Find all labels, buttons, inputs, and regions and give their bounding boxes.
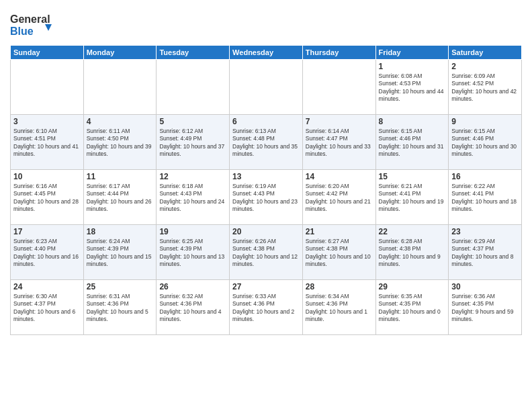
day-content: Sunrise: 6:20 AM Sunset: 4:42 PM Dayligh… <box>306 183 373 214</box>
day-content: Sunrise: 6:14 AM Sunset: 4:47 PM Dayligh… <box>306 128 373 158</box>
calendar-week-row: 24Sunrise: 6:30 AM Sunset: 4:37 PM Dayli… <box>11 280 522 335</box>
calendar: SundayMondayTuesdayWednesdayThursdayFrid… <box>10 45 522 335</box>
svg-text:Blue: Blue <box>10 26 34 37</box>
day-content: Sunrise: 6:15 AM Sunset: 4:46 PM Dayligh… <box>379 128 446 158</box>
calendar-cell: 27Sunrise: 6:33 AM Sunset: 4:36 PM Dayli… <box>230 280 303 335</box>
day-number: 22 <box>379 227 446 236</box>
calendar-cell: 28Sunrise: 6:34 AM Sunset: 4:36 PM Dayli… <box>302 280 375 335</box>
calendar-cell: 12Sunrise: 6:18 AM Sunset: 4:43 PM Dayli… <box>157 170 230 225</box>
day-content: Sunrise: 6:23 AM Sunset: 4:40 PM Dayligh… <box>13 238 81 269</box>
day-number: 28 <box>306 282 373 291</box>
day-number: 9 <box>451 117 519 126</box>
day-number: 13 <box>232 172 300 181</box>
calendar-day-header: Saturday <box>449 46 522 60</box>
calendar-cell <box>230 60 303 115</box>
calendar-cell: 4Sunrise: 6:11 AM Sunset: 4:50 PM Daylig… <box>83 115 157 170</box>
day-number: 6 <box>232 117 300 126</box>
day-content: Sunrise: 6:27 AM Sunset: 4:38 PM Dayligh… <box>306 238 373 269</box>
calendar-cell: 19Sunrise: 6:25 AM Sunset: 4:39 PM Dayli… <box>157 225 230 280</box>
day-content: Sunrise: 6:22 AM Sunset: 4:41 PM Dayligh… <box>451 183 519 214</box>
calendar-cell: 21Sunrise: 6:27 AM Sunset: 4:38 PM Dayli… <box>302 225 375 280</box>
day-content: Sunrise: 6:21 AM Sunset: 4:41 PM Dayligh… <box>379 183 446 214</box>
calendar-cell: 7Sunrise: 6:14 AM Sunset: 4:47 PM Daylig… <box>302 115 375 170</box>
day-number: 26 <box>159 282 226 291</box>
day-content: Sunrise: 6:30 AM Sunset: 4:37 PM Dayligh… <box>13 293 81 324</box>
header: General Blue <box>10 7 522 40</box>
calendar-day-header: Wednesday <box>230 46 303 60</box>
day-number: 30 <box>451 282 519 291</box>
calendar-cell: 15Sunrise: 6:21 AM Sunset: 4:41 PM Dayli… <box>375 170 449 225</box>
day-number: 20 <box>232 227 300 236</box>
calendar-cell: 23Sunrise: 6:29 AM Sunset: 4:37 PM Dayli… <box>449 225 522 280</box>
calendar-day-header: Monday <box>83 46 157 60</box>
day-number: 11 <box>87 172 154 181</box>
calendar-cell: 22Sunrise: 6:28 AM Sunset: 4:38 PM Dayli… <box>375 225 449 280</box>
day-number: 14 <box>306 172 373 181</box>
day-number: 24 <box>13 282 81 291</box>
day-number: 17 <box>13 227 81 236</box>
calendar-cell: 24Sunrise: 6:30 AM Sunset: 4:37 PM Dayli… <box>11 280 84 335</box>
calendar-day-header: Friday <box>375 46 449 60</box>
day-number: 29 <box>379 282 446 291</box>
calendar-week-row: 17Sunrise: 6:23 AM Sunset: 4:40 PM Dayli… <box>11 225 522 280</box>
day-content: Sunrise: 6:24 AM Sunset: 4:39 PM Dayligh… <box>87 238 154 269</box>
calendar-cell: 17Sunrise: 6:23 AM Sunset: 4:40 PM Dayli… <box>11 225 84 280</box>
day-number: 25 <box>87 282 154 291</box>
day-content: Sunrise: 6:12 AM Sunset: 4:49 PM Dayligh… <box>159 128 226 158</box>
calendar-cell: 18Sunrise: 6:24 AM Sunset: 4:39 PM Dayli… <box>83 225 157 280</box>
calendar-day-header: Thursday <box>302 46 375 60</box>
day-number: 8 <box>379 117 446 126</box>
day-number: 3 <box>13 117 81 126</box>
day-content: Sunrise: 6:34 AM Sunset: 4:36 PM Dayligh… <box>306 293 373 324</box>
day-content: Sunrise: 6:11 AM Sunset: 4:50 PM Dayligh… <box>87 128 154 158</box>
calendar-cell: 5Sunrise: 6:12 AM Sunset: 4:49 PM Daylig… <box>157 115 230 170</box>
calendar-cell: 13Sunrise: 6:19 AM Sunset: 4:43 PM Dayli… <box>230 170 303 225</box>
logo-icon: General Blue <box>10 9 57 40</box>
calendar-cell <box>11 60 84 115</box>
calendar-day-header: Sunday <box>11 46 84 60</box>
day-number: 1 <box>379 62 446 71</box>
calendar-cell: 9Sunrise: 6:15 AM Sunset: 4:46 PM Daylig… <box>449 115 522 170</box>
day-content: Sunrise: 6:31 AM Sunset: 4:36 PM Dayligh… <box>87 293 154 324</box>
day-content: Sunrise: 6:29 AM Sunset: 4:37 PM Dayligh… <box>451 238 519 269</box>
day-number: 15 <box>379 172 446 181</box>
day-content: Sunrise: 6:17 AM Sunset: 4:44 PM Dayligh… <box>87 183 154 214</box>
day-number: 2 <box>451 62 519 71</box>
calendar-cell: 30Sunrise: 6:36 AM Sunset: 4:35 PM Dayli… <box>449 280 522 335</box>
day-content: Sunrise: 6:32 AM Sunset: 4:36 PM Dayligh… <box>159 293 226 324</box>
day-number: 19 <box>159 227 226 236</box>
day-number: 10 <box>13 172 81 181</box>
calendar-cell: 29Sunrise: 6:35 AM Sunset: 4:35 PM Dayli… <box>375 280 449 335</box>
calendar-week-row: 1Sunrise: 6:08 AM Sunset: 4:53 PM Daylig… <box>11 60 522 115</box>
calendar-week-row: 3Sunrise: 6:10 AM Sunset: 4:51 PM Daylig… <box>11 115 522 170</box>
calendar-cell: 2Sunrise: 6:09 AM Sunset: 4:52 PM Daylig… <box>449 60 522 115</box>
calendar-cell: 25Sunrise: 6:31 AM Sunset: 4:36 PM Dayli… <box>83 280 157 335</box>
svg-marker-2 <box>45 24 52 31</box>
calendar-cell: 8Sunrise: 6:15 AM Sunset: 4:46 PM Daylig… <box>375 115 449 170</box>
day-content: Sunrise: 6:10 AM Sunset: 4:51 PM Dayligh… <box>13 128 81 158</box>
day-number: 18 <box>87 227 154 236</box>
day-content: Sunrise: 6:33 AM Sunset: 4:36 PM Dayligh… <box>232 293 300 324</box>
day-content: Sunrise: 6:36 AM Sunset: 4:35 PM Dayligh… <box>451 293 519 324</box>
day-number: 7 <box>306 117 373 126</box>
calendar-header-row: SundayMondayTuesdayWednesdayThursdayFrid… <box>11 46 522 60</box>
calendar-cell: 20Sunrise: 6:26 AM Sunset: 4:38 PM Dayli… <box>230 225 303 280</box>
calendar-cell: 16Sunrise: 6:22 AM Sunset: 4:41 PM Dayli… <box>449 170 522 225</box>
day-content: Sunrise: 6:16 AM Sunset: 4:45 PM Dayligh… <box>13 183 81 214</box>
calendar-cell: 10Sunrise: 6:16 AM Sunset: 4:45 PM Dayli… <box>11 170 84 225</box>
day-content: Sunrise: 6:09 AM Sunset: 4:52 PM Dayligh… <box>451 73 519 103</box>
day-number: 27 <box>232 282 300 291</box>
calendar-cell: 1Sunrise: 6:08 AM Sunset: 4:53 PM Daylig… <box>375 60 449 115</box>
day-number: 12 <box>159 172 226 181</box>
day-number: 5 <box>159 117 226 126</box>
calendar-cell: 6Sunrise: 6:13 AM Sunset: 4:48 PM Daylig… <box>230 115 303 170</box>
day-content: Sunrise: 6:15 AM Sunset: 4:46 PM Dayligh… <box>451 128 519 158</box>
day-number: 16 <box>451 172 519 181</box>
calendar-cell: 11Sunrise: 6:17 AM Sunset: 4:44 PM Dayli… <box>83 170 157 225</box>
svg-text:General: General <box>10 13 50 25</box>
calendar-cell <box>83 60 157 115</box>
day-content: Sunrise: 6:35 AM Sunset: 4:35 PM Dayligh… <box>379 293 446 324</box>
calendar-week-row: 10Sunrise: 6:16 AM Sunset: 4:45 PM Dayli… <box>11 170 522 225</box>
day-content: Sunrise: 6:26 AM Sunset: 4:38 PM Dayligh… <box>232 238 300 269</box>
day-content: Sunrise: 6:19 AM Sunset: 4:43 PM Dayligh… <box>232 183 300 214</box>
